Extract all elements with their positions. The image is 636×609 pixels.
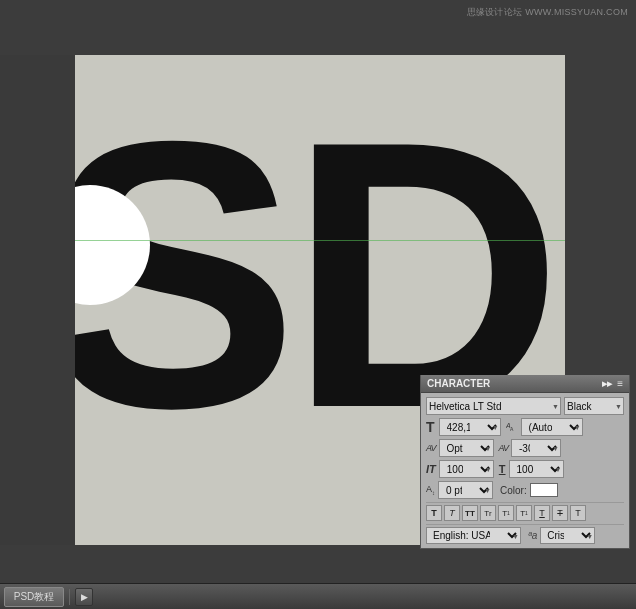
tracking-select[interactable]: -305 [511,439,561,457]
panel-controls[interactable]: ▸▸ ≡ [602,378,623,389]
tracking-icon: AV [499,443,509,453]
baseline-color-row: A↕ 0 pt ▼ Color: [426,481,624,499]
leading-icon: A A [506,420,518,434]
panel-title-text: CHARACTER [427,378,490,389]
kerning-icon: AV [426,443,436,453]
vscale-select[interactable]: 100% [439,460,494,478]
scale-row: IT 100% ▼ T 100% ▼ [426,460,624,478]
font-size-icon: T [426,419,435,435]
size-leading-row: T 428,12 pt ▼ A A (Auto) ▼ [426,418,624,436]
style-btn-strikethrough[interactable]: T [552,505,568,521]
baseline-icon: A↕ [426,484,435,496]
font-row: Helvetica LT Std ▼ Black ▼ [426,397,624,415]
language-wrapper[interactable]: English: USA ▼ [426,527,521,544]
svg-text:A: A [510,426,514,432]
language-select[interactable]: English: USA [426,527,521,544]
style-btn-all-caps[interactable]: TT [462,505,478,521]
baseline-select[interactable]: 0 pt [438,481,493,499]
style-btn-subscript[interactable]: T1 [516,505,532,521]
style-btn-superscript[interactable]: T1 [498,505,514,521]
leading-wrapper[interactable]: (Auto) ▼ [521,418,583,436]
font-size-select[interactable]: 428,12 pt [439,418,501,436]
hscale-select[interactable]: 100% [509,460,564,478]
guide-line-h [75,240,565,241]
vscale-icon: IT [426,463,436,475]
taskbar-separator [69,589,70,605]
style-buttons-row: T T TT Tr T1 T1 T T T [426,505,624,521]
leading-select[interactable]: (Auto) [521,418,583,436]
character-panel: CHARACTER ▸▸ ≡ Helvetica LT Std ▼ Black … [420,375,630,549]
font-family-select[interactable]: Helvetica LT Std [426,397,561,415]
watermark: 思缘设计论坛 WWW.MISSYUAN.COM [467,6,628,19]
antialias-wrapper[interactable]: Crisp ▼ [540,527,595,544]
tracking-wrapper[interactable]: -305 ▼ [511,439,561,457]
font-style-select[interactable]: Black [564,397,624,415]
antialias-select[interactable]: Crisp [540,527,595,544]
vscale-wrapper[interactable]: 100% ▼ [439,460,494,478]
taskbar-item-psd-label: PSD教程 [14,590,55,604]
taskbar-play-icon[interactable]: ▶ [75,588,93,606]
style-btn-bold[interactable]: T [426,505,442,521]
kerning-select[interactable]: Optical [439,439,494,457]
panel-collapse-icon[interactable]: ▸▸ [602,378,612,389]
aa-label: ªa [528,530,537,541]
panel-body: Helvetica LT Std ▼ Black ▼ T 428,12 pt ▼ [421,393,629,548]
language-aa-row: English: USA ▼ ªa Crisp ▼ [426,527,624,544]
font-family-wrapper[interactable]: Helvetica LT Std ▼ [426,397,561,415]
baseline-wrapper[interactable]: 0 pt ▼ [438,481,493,499]
hscale-icon: T [499,463,506,475]
font-size-wrapper[interactable]: 428,12 pt ▼ [439,418,501,436]
taskbar-item-psd[interactable]: PSD教程 [4,587,64,607]
kerning-tracking-row: AV Optical ▼ AV -305 ▼ [426,439,624,457]
taskbar: PSD教程 ▶ [0,583,636,609]
style-btn-italic[interactable]: T [444,505,460,521]
panel-titlebar: CHARACTER ▸▸ ≡ [421,375,629,393]
left-strip [0,55,75,545]
panel-menu-icon[interactable]: ≡ [617,378,623,389]
style-btn-underline[interactable]: T [534,505,550,521]
style-btn-small-caps[interactable]: Tr [480,505,496,521]
hscale-wrapper[interactable]: 100% ▼ [509,460,564,478]
kerning-wrapper[interactable]: Optical ▼ [439,439,494,457]
color-label: Color: [500,485,527,496]
color-swatch[interactable] [530,483,558,497]
panel-divider-1 [426,502,624,503]
font-style-wrapper[interactable]: Black ▼ [564,397,624,415]
panel-title-left: CHARACTER [427,378,490,389]
style-btn-extra[interactable]: T [570,505,586,521]
panel-divider-2 [426,524,624,525]
